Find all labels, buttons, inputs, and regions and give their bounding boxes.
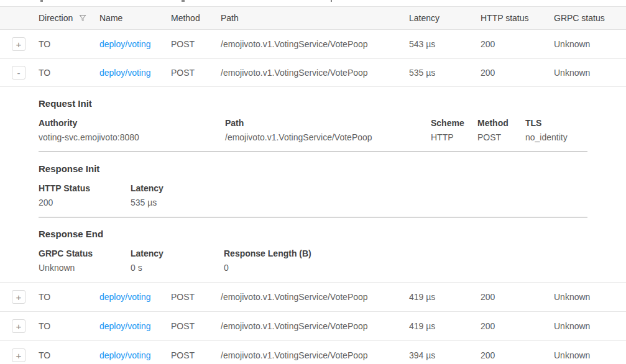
clipped-text-fragment xyxy=(40,0,43,2)
table-row: + TO deploy/voting POST /emojivoto.v1.Vo… xyxy=(0,341,626,364)
field-value: 535 µs xyxy=(131,198,587,207)
resource-link[interactable]: deploy/voting xyxy=(99,68,151,78)
field-value: 200 xyxy=(39,198,131,207)
direction-cell: TO xyxy=(39,68,99,78)
path-cell: /emojivoto.v1.VotingService/VotePoop xyxy=(221,292,409,302)
request-init-fields: Authority voting-svc.emojivoto:8080 Path… xyxy=(39,118,587,142)
section-title: Response End xyxy=(39,229,587,239)
column-header-grpc-status: GRPC status xyxy=(554,13,626,23)
column-header-path: Path xyxy=(221,13,409,23)
column-header-name: Name xyxy=(99,13,171,23)
clipped-text-fragment xyxy=(331,0,332,2)
name-cell: deploy/voting xyxy=(99,292,171,302)
field-tls: TLS no_identity xyxy=(525,118,587,142)
expander-cell: + xyxy=(0,290,39,304)
field-grpc-status: GRPC Status Unknown xyxy=(39,248,131,273)
path-cell: /emojivoto.v1.VotingService/VotePoop xyxy=(221,39,409,49)
table-row: + TO deploy/voting POST /emojivoto.v1.Vo… xyxy=(0,283,626,312)
path-cell: /emojivoto.v1.VotingService/VotePoop xyxy=(221,321,409,331)
table-row: + TO deploy/voting POST /emojivoto.v1.Vo… xyxy=(0,312,626,341)
expand-row-button[interactable]: + xyxy=(12,319,25,333)
column-header-latency: Latency xyxy=(409,13,481,23)
name-cell: deploy/voting xyxy=(99,39,171,49)
method-cell: POST xyxy=(171,39,221,49)
field-authority: Authority voting-svc.emojivoto:8080 xyxy=(39,118,225,142)
request-init-section: Request Init Authority voting-svc.emojiv… xyxy=(39,87,587,152)
grpc-status-cell: Unknown xyxy=(554,292,626,302)
column-header-direction-label: Direction xyxy=(39,13,73,23)
response-init-fields: HTTP Status 200 Latency 535 µs xyxy=(39,183,587,207)
expand-row-button[interactable]: + xyxy=(12,348,25,362)
direction-cell: TO xyxy=(39,350,99,360)
direction-cell: TO xyxy=(39,292,99,302)
field-http-status: HTTP Status 200 xyxy=(39,183,131,207)
latency-cell: 535 µs xyxy=(409,68,481,78)
field-label: Path xyxy=(225,118,431,128)
field-value: voting-svc.emojivoto:8080 xyxy=(39,132,225,142)
response-end-fields: GRPC Status Unknown Latency 0 s Response… xyxy=(39,248,587,273)
field-label: GRPC Status xyxy=(39,248,131,258)
field-value: HTTP xyxy=(431,132,477,142)
method-cell: POST xyxy=(171,68,221,78)
clipped-text-fragment xyxy=(182,0,185,2)
latency-cell: 419 µs xyxy=(409,292,481,302)
method-cell: POST xyxy=(171,292,221,302)
http-status-cell: 200 xyxy=(481,39,554,49)
response-init-section: Response Init HTTP Status 200 Latency 53… xyxy=(39,152,587,217)
collapse-row-button[interactable]: - xyxy=(12,66,25,80)
field-value: /emojivoto.v1.VotingService/VotePoop xyxy=(225,132,431,142)
table-header-row: Direction Name Method Path Latency HTTP … xyxy=(0,6,626,30)
column-header-direction: Direction xyxy=(39,13,99,23)
table-row: + TO deploy/voting POST /emojivoto.v1.Vo… xyxy=(0,30,626,59)
section-title: Request Init xyxy=(39,98,587,109)
direction-cell: TO xyxy=(39,39,99,49)
field-label: Response Length (B) xyxy=(224,248,587,258)
path-cell: /emojivoto.v1.VotingService/VotePoop xyxy=(221,350,409,360)
field-value: 0 xyxy=(224,263,587,273)
resource-link[interactable]: deploy/voting xyxy=(99,350,151,360)
name-cell: deploy/voting xyxy=(99,321,171,331)
latency-cell: 543 µs xyxy=(409,39,481,49)
resource-link[interactable]: deploy/voting xyxy=(99,321,151,331)
method-cell: POST xyxy=(171,350,221,360)
method-cell: POST xyxy=(171,321,221,331)
grpc-status-cell: Unknown xyxy=(554,39,626,49)
field-value: 0 s xyxy=(131,263,224,273)
grpc-status-cell: Unknown xyxy=(554,68,626,78)
expander-cell: + xyxy=(0,348,39,362)
row-detail-panel: Request Init Authority voting-svc.emojiv… xyxy=(0,87,626,283)
http-status-cell: 200 xyxy=(481,68,554,78)
path-cell: /emojivoto.v1.VotingService/VotePoop xyxy=(221,68,409,78)
http-status-cell: 200 xyxy=(481,350,554,360)
table-row-expanded: - TO deploy/voting POST /emojivoto.v1.Vo… xyxy=(0,59,626,87)
field-response-length: Response Length (B) 0 xyxy=(224,248,587,273)
field-label: TLS xyxy=(525,118,587,128)
latency-cell: 394 µs xyxy=(409,350,481,360)
resource-link[interactable]: deploy/voting xyxy=(99,39,151,49)
field-method: Method POST xyxy=(477,118,525,142)
field-label: HTTP Status xyxy=(39,183,131,193)
response-end-section: Response End GRPC Status Unknown Latency… xyxy=(39,217,587,282)
field-label: Latency xyxy=(131,183,587,193)
column-header-method: Method xyxy=(171,13,221,23)
http-status-cell: 200 xyxy=(481,292,554,302)
name-cell: deploy/voting xyxy=(99,68,171,78)
field-value: POST xyxy=(477,132,525,142)
field-scheme: Scheme HTTP xyxy=(431,118,477,142)
section-title: Response Init xyxy=(39,163,587,174)
grpc-status-cell: Unknown xyxy=(554,321,626,331)
http-status-cell: 200 xyxy=(481,321,554,331)
expand-row-button[interactable]: + xyxy=(12,290,25,304)
filter-funnel-icon[interactable] xyxy=(78,14,87,22)
field-path: Path /emojivoto.v1.VotingService/VotePoo… xyxy=(225,118,431,142)
resource-link[interactable]: deploy/voting xyxy=(99,292,151,302)
name-cell: deploy/voting xyxy=(99,350,171,360)
field-value: Unknown xyxy=(39,263,131,273)
expand-row-button[interactable]: + xyxy=(12,37,25,51)
field-value: no_identity xyxy=(525,132,587,142)
tap-results-table: Direction Name Method Path Latency HTTP … xyxy=(0,6,626,364)
field-label: Scheme xyxy=(431,118,477,128)
column-header-http-status: HTTP status xyxy=(481,13,554,23)
grpc-status-cell: Unknown xyxy=(554,350,626,360)
tap-results-page: Direction Name Method Path Latency HTTP … xyxy=(0,0,626,364)
